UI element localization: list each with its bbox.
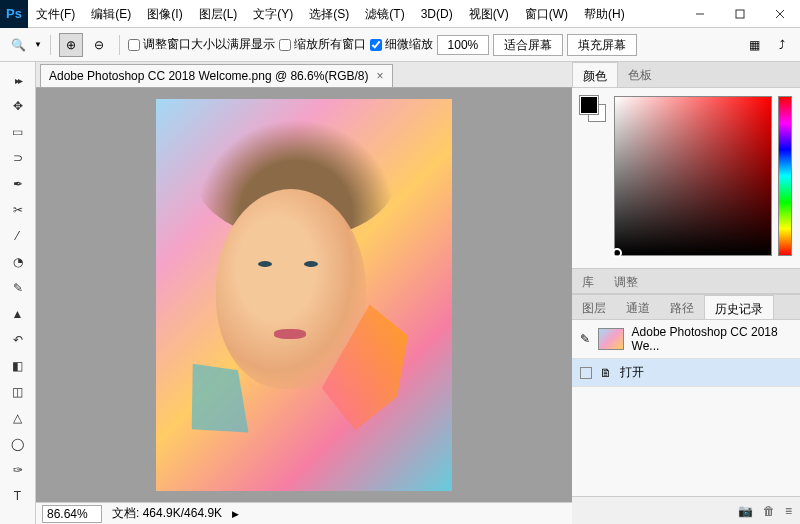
picker-cursor: [612, 248, 622, 258]
dodge-tool[interactable]: ◯: [5, 432, 31, 456]
crop-tool[interactable]: ✂: [5, 198, 31, 222]
svg-rect-1: [736, 10, 744, 18]
menu-image[interactable]: 图像(I): [139, 0, 190, 28]
panels: 颜色 色板 库 调整 图层 通道 路径 历史记录 ✎: [572, 62, 800, 524]
history-step-label: 打开: [620, 364, 644, 381]
menu-select[interactable]: 选择(S): [301, 0, 357, 28]
toolbox: ▸▸ ✥ ▭ ⊃ ✒ ✂ ⁄ ◔ ✎ ▲ ↶ ◧ ◫ △ ◯ ✑ T: [0, 62, 36, 524]
fill-screen-button[interactable]: 填充屏幕: [567, 34, 637, 56]
camera-icon[interactable]: 📷: [738, 504, 753, 518]
menu-3d[interactable]: 3D(D): [413, 0, 461, 28]
history-snapshot[interactable]: ✎ Adobe Photoshop CC 2018 We...: [572, 320, 800, 359]
color-picker-field[interactable]: [614, 96, 772, 256]
color-panel: [572, 88, 800, 268]
eraser-tool[interactable]: ◧: [5, 354, 31, 378]
zoom-tool-icon[interactable]: 🔍: [6, 33, 30, 57]
eyedropper-tool[interactable]: ⁄: [5, 224, 31, 248]
snapshot-thumbnail: [598, 328, 624, 350]
history-panel: ✎ Adobe Photoshop CC 2018 We... 🗎 打开: [572, 320, 800, 496]
brush-icon: ✎: [580, 332, 590, 346]
separator: [119, 35, 120, 55]
zoom-out-icon[interactable]: ⊖: [87, 33, 111, 57]
resize-window-label: 调整窗口大小以满屏显示: [143, 36, 275, 53]
document-icon: 🗎: [600, 366, 612, 380]
document-tab[interactable]: Adobe Photoshop CC 2018 Welcome.png @ 86…: [40, 64, 393, 87]
stamp-tool[interactable]: ▲: [5, 302, 31, 326]
history-footer: 📷 🗑 ≡: [572, 496, 800, 524]
document-image: [156, 99, 452, 491]
healing-tool[interactable]: ◔: [5, 250, 31, 274]
minimize-button[interactable]: [680, 0, 720, 28]
brush-tool[interactable]: ✎: [5, 276, 31, 300]
tab-adjustments[interactable]: 调整: [604, 269, 648, 293]
menu-bar: 文件(F) 编辑(E) 图像(I) 图层(L) 文字(Y) 选择(S) 滤镜(T…: [28, 0, 680, 28]
dropdown-icon[interactable]: ▼: [34, 40, 42, 49]
tab-color[interactable]: 颜色: [572, 62, 618, 87]
menu-window[interactable]: 窗口(W): [517, 0, 576, 28]
tab-history[interactable]: 历史记录: [704, 295, 774, 319]
tab-paths[interactable]: 路径: [660, 295, 704, 319]
tab-library[interactable]: 库: [572, 269, 604, 293]
menu-file[interactable]: 文件(F): [28, 0, 83, 28]
zoom-100-button[interactable]: 100%: [437, 35, 489, 55]
document-tab-bar: Adobe Photoshop CC 2018 Welcome.png @ 86…: [36, 62, 572, 88]
maximize-button[interactable]: [720, 0, 760, 28]
tab-layers[interactable]: 图层: [572, 295, 616, 319]
arrange-icon[interactable]: ▦: [742, 33, 766, 57]
canvas-area: Adobe Photoshop CC 2018 Welcome.png @ 86…: [36, 62, 572, 524]
app-logo: Ps: [0, 0, 28, 28]
doc-info: 文档: 464.9K/464.9K: [112, 505, 222, 522]
type-tool[interactable]: T: [5, 484, 31, 508]
doc-info-dropdown-icon[interactable]: ▶: [232, 509, 239, 519]
document-tab-title: Adobe Photoshop CC 2018 Welcome.png @ 86…: [49, 69, 368, 83]
history-brush-tool[interactable]: ↶: [5, 328, 31, 352]
zoom-all-checkbox[interactable]: 缩放所有窗口: [279, 36, 366, 53]
menu-help[interactable]: 帮助(H): [576, 0, 633, 28]
trash-icon[interactable]: 🗑: [763, 504, 775, 518]
mid-panel-tabs: 库 调整: [572, 268, 800, 294]
close-button[interactable]: [760, 0, 800, 28]
tab-swatches[interactable]: 色板: [618, 62, 662, 87]
history-marker: [580, 367, 592, 379]
fit-screen-button[interactable]: 适合屏幕: [493, 34, 563, 56]
move-tool[interactable]: ✥: [5, 94, 31, 118]
marquee-tool[interactable]: ▭: [5, 120, 31, 144]
pen-tool[interactable]: ✑: [5, 458, 31, 482]
menu-layer[interactable]: 图层(L): [191, 0, 246, 28]
quick-select-tool[interactable]: ✒: [5, 172, 31, 196]
gradient-tool[interactable]: ◫: [5, 380, 31, 404]
tab-channels[interactable]: 通道: [616, 295, 660, 319]
close-tab-icon[interactable]: ×: [376, 69, 383, 83]
resize-window-checkbox[interactable]: 调整窗口大小以满屏显示: [128, 36, 275, 53]
history-step[interactable]: 🗎 打开: [572, 359, 800, 387]
foreground-color[interactable]: [580, 96, 598, 114]
menu-view[interactable]: 视图(V): [461, 0, 517, 28]
main-workspace: ▸▸ ✥ ▭ ⊃ ✒ ✂ ⁄ ◔ ✎ ▲ ↶ ◧ ◫ △ ◯ ✑ T Adobe…: [0, 62, 800, 524]
scrubby-zoom-checkbox[interactable]: 细微缩放: [370, 36, 433, 53]
zoom-all-label: 缩放所有窗口: [294, 36, 366, 53]
menu-type[interactable]: 文字(Y): [245, 0, 301, 28]
zoom-level-input[interactable]: [42, 505, 102, 523]
lasso-tool[interactable]: ⊃: [5, 146, 31, 170]
hue-slider[interactable]: [778, 96, 792, 256]
fg-bg-swatches[interactable]: [580, 96, 608, 124]
menu-edit[interactable]: 编辑(E): [83, 0, 139, 28]
scrubby-label: 细微缩放: [385, 36, 433, 53]
snapshot-label: Adobe Photoshop CC 2018 We...: [632, 325, 792, 353]
zoom-in-icon[interactable]: ⊕: [59, 33, 83, 57]
menu-filter[interactable]: 滤镜(T): [357, 0, 412, 28]
lower-panel-tabs: 图层 通道 路径 历史记录: [572, 294, 800, 320]
status-bar: 文档: 464.9K/464.9K ▶: [36, 502, 572, 524]
color-panel-tabs: 颜色 色板: [572, 62, 800, 88]
panel-menu-icon[interactable]: ≡: [785, 504, 792, 518]
window-controls: [680, 0, 800, 28]
separator: [50, 35, 51, 55]
expand-toolbox-icon[interactable]: ▸▸: [5, 68, 31, 92]
share-icon[interactable]: ⤴: [770, 33, 794, 57]
canvas[interactable]: [36, 88, 572, 502]
title-bar: Ps 文件(F) 编辑(E) 图像(I) 图层(L) 文字(Y) 选择(S) 滤…: [0, 0, 800, 28]
options-bar: 🔍 ▼ ⊕ ⊖ 调整窗口大小以满屏显示 缩放所有窗口 细微缩放 100% 适合屏…: [0, 28, 800, 62]
blur-tool[interactable]: △: [5, 406, 31, 430]
